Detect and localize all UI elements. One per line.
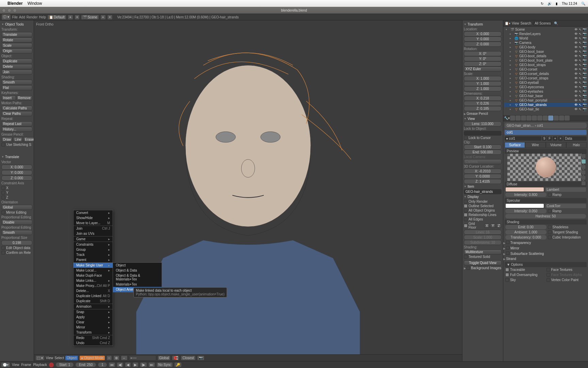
all-edges-checkbox[interactable]: All Edges (464, 217, 502, 221)
keyframe-prev-icon[interactable]: ◀| (117, 363, 124, 367)
outliner-row[interactable]: ▸▽GEO-boot_details👁↖📷 (504, 54, 587, 58)
menu-item[interactable]: Game▸ (74, 236, 113, 242)
lock-cursor-checkbox[interactable]: Lock to Cursor (464, 136, 502, 140)
timeline-frame-menu[interactable]: Frame (21, 363, 31, 367)
visibility-icon[interactable]: 👁 (574, 45, 578, 49)
transform-panel-header[interactable]: Transform (464, 22, 502, 27)
menu-item[interactable]: Make Links...▸ (74, 278, 113, 283)
rotation-x[interactable]: X: 0° (464, 51, 502, 56)
visibility-icon[interactable]: 👁 (574, 41, 578, 45)
current-frame[interactable]: 1 (98, 363, 107, 367)
selectable-icon[interactable]: ↖ (579, 85, 582, 89)
submenu-item[interactable]: Object & Data (113, 268, 162, 273)
scale-x[interactable]: X: 1.000 (464, 76, 502, 81)
halo-tab[interactable]: Halo (566, 142, 587, 148)
3d-viewport[interactable]: Front Ortho (34, 20, 462, 361)
full-oversampling-checkbox[interactable]: Full Oversampling (505, 273, 545, 277)
visibility-icon[interactable]: 👁 (574, 32, 578, 36)
selectable-icon[interactable]: ↖ (579, 41, 582, 45)
dimension-y[interactable]: Y: 0.226 (464, 101, 502, 106)
visibility-icon[interactable]: 👁 (574, 54, 578, 58)
constraint-y-checkbox[interactable]: Y (1, 190, 32, 195)
shading-solid[interactable]: ○ (107, 355, 112, 361)
menu-item[interactable]: UndoCmd Z (74, 340, 113, 346)
textured-solid-checkbox[interactable]: Textured Solid (464, 255, 502, 259)
constraint-x-checkbox[interactable]: X (1, 186, 32, 190)
renderable-icon[interactable]: 📷 (583, 76, 587, 80)
outliner-row[interactable]: ▸📷RenderLayers👁↖📷 (504, 32, 587, 36)
outliner-row[interactable]: ▸📷Camera👁↖📷 (504, 41, 587, 45)
visibility-icon[interactable]: 👁 (574, 103, 578, 107)
cursor-z[interactable]: Z: 1.4105 (464, 179, 502, 184)
all-origins-checkbox[interactable]: All Object Origins (464, 208, 502, 213)
submenu-item[interactable]: Object & Data & Materials+Tex (113, 273, 162, 282)
hardness-slider[interactable]: Hardness: 50 (505, 214, 586, 218)
snap-type[interactable]: Closest (181, 355, 195, 361)
shading-selector[interactable]: Multitexture (464, 249, 502, 255)
submenu-item[interactable]: Materials+Tex (113, 282, 162, 287)
preview-monkey-icon[interactable] (581, 170, 586, 175)
selectable-icon[interactable]: ↖ (579, 45, 582, 49)
menu-item[interactable]: Track▸ (74, 252, 113, 257)
specular-section[interactable]: Specular (505, 198, 587, 203)
start-frame[interactable]: Start: 1 (56, 363, 74, 367)
diffuse-section[interactable]: Diffuse (505, 182, 587, 187)
clip-end[interactable]: End: 500.000 (464, 150, 502, 155)
particles-tab[interactable] (559, 116, 564, 121)
toggle-quad-view-button[interactable]: Toggle Quad View (464, 260, 502, 265)
preview-sphere2-icon[interactable] (581, 181, 586, 186)
sync-mode[interactable]: No Sync (157, 363, 173, 367)
lens-input[interactable]: Lens: 110.000 (464, 121, 502, 126)
menu-item[interactable]: Transform▸ (74, 330, 113, 335)
strand-section[interactable]: Strand (503, 256, 588, 261)
tangent-checkbox[interactable]: Tangent Shading (548, 230, 586, 234)
outliner-row[interactable]: ▸▽GEO-corset_straps👁↖📷 (504, 76, 587, 80)
vector-z-input[interactable]: Z: 0.000 (1, 175, 32, 181)
play-reverse-icon[interactable]: ◀ (125, 363, 131, 367)
use-sketching-checkbox[interactable]: Use Sketching S (1, 142, 32, 147)
editor-type-outliner[interactable]: 📋▾ (505, 21, 510, 25)
sky-checkbox[interactable]: Sky (505, 278, 545, 282)
visibility-icon[interactable]: 👁 (574, 67, 578, 71)
layers[interactable]: ▪▫▫▫▫ (129, 355, 156, 361)
updates-icon[interactable]: ↻ (541, 2, 543, 5)
outliner-row[interactable]: ▸▽GEO-hair_ponytail👁↖📷 (504, 98, 587, 103)
menu-item[interactable]: Group▸ (74, 247, 113, 252)
view-panel-header[interactable]: View (464, 116, 502, 121)
join-button[interactable]: Join (1, 70, 32, 75)
menu-item[interactable]: Make Single User▸ObjectObject & DataObje… (74, 263, 113, 268)
menu-item[interactable]: Snap▸ (74, 309, 113, 315)
selectable-icon[interactable]: ↖ (579, 59, 582, 62)
preview-flat-icon[interactable] (581, 154, 586, 158)
auto-keyframe-icon[interactable] (49, 363, 54, 367)
renderable-icon[interactable]: 📷 (583, 72, 587, 76)
grid-subdivisions[interactable]: Subdivisions: 10 (464, 240, 502, 245)
search-icon[interactable]: 🔍 (554, 21, 558, 25)
preview-cube-icon[interactable] (581, 165, 586, 169)
cursor-x[interactable]: X: -0.2010 (464, 169, 502, 174)
remove-keyframe-button[interactable]: Remove (16, 95, 32, 101)
outliner-row[interactable]: ▸▽GEO-corset_details👁↖📷 (504, 72, 587, 76)
renderable-icon[interactable]: 📷 (583, 63, 587, 67)
insert-keyframe-button[interactable]: Insert (1, 95, 16, 101)
rotate-button[interactable]: Rotate (1, 37, 32, 43)
menu-item[interactable]: Join as UVs (74, 231, 113, 236)
selectable-icon[interactable]: ↖ (579, 107, 582, 111)
options-section[interactable]: ▼ Options (505, 262, 587, 267)
volume-tab[interactable]: Volume (546, 142, 566, 148)
orientation-selector[interactable]: Global (1, 205, 32, 210)
visibility-icon[interactable]: 👁 (574, 90, 578, 93)
specular-shader[interactable]: CookTorr (545, 204, 586, 208)
menu-item[interactable]: JoinCtrl J (74, 226, 113, 231)
calculate-paths-button[interactable]: Calculate Paths (1, 106, 32, 111)
only-render-checkbox[interactable]: Only Render (464, 199, 502, 204)
mirror-editing-checkbox[interactable]: Mirror Editing (1, 210, 32, 215)
renderable-icon[interactable]: 📷 (583, 41, 587, 45)
menu-item[interactable]: RedoShift Cmd Z (74, 335, 113, 340)
repeat-last-button[interactable]: Repeat Last (1, 121, 32, 126)
dimension-z[interactable]: Z: 0.185 (464, 106, 502, 111)
emit-slider[interactable]: Emit: 0.00 (505, 225, 546, 229)
renderable-icon[interactable]: 📷 (583, 28, 587, 31)
renderable-icon[interactable]: 📷 (583, 59, 587, 62)
menu-item[interactable]: Clear▸ (74, 320, 113, 325)
